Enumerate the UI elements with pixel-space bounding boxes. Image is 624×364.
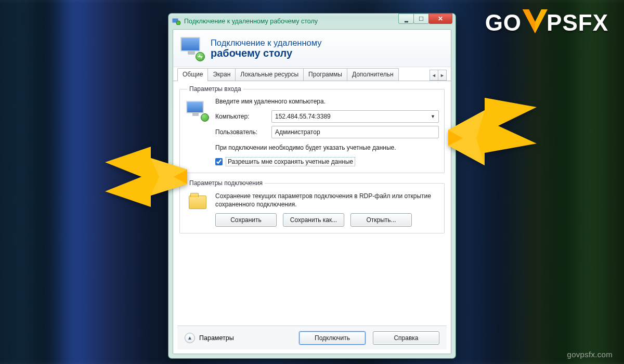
header-banner: Подключение к удаленному рабочему столу	[173, 30, 451, 67]
app-icon	[172, 18, 181, 25]
tab-local-res[interactable]: Локальные ресурсы	[235, 68, 304, 81]
brand-logo: GO PSFX	[485, 9, 608, 36]
open-button[interactable]: Открыть...	[350, 213, 412, 227]
login-hint: Введите имя удаленного компьютера.	[215, 98, 439, 105]
watermark-text: govpsfx.com	[567, 350, 613, 359]
dialog-footer: ▲ Параметры Подключить Справка	[177, 326, 447, 349]
window-title: Подключение к удаленному рабочему столу	[184, 18, 318, 25]
tab-scroll-right[interactable]: ►	[438, 70, 447, 81]
user-value: Администратор	[275, 128, 320, 136]
title-bar[interactable]: Подключение к удаленному рабочему столу	[168, 14, 456, 29]
connection-legend: Параметры подключения	[187, 179, 265, 187]
brand-v-icon	[523, 9, 548, 36]
help-button[interactable]: Справка	[373, 331, 439, 345]
rdp-dialog-window: Подключение к удаленному рабочему столу …	[168, 13, 456, 359]
rdp-monitor-icon	[178, 35, 205, 62]
computer-label: Компьютер:	[215, 113, 271, 120]
folder-icon	[185, 192, 210, 213]
login-monitor-icon	[185, 98, 210, 122]
connection-desc: Сохранение текущих параметров подключени…	[215, 192, 439, 209]
save-as-button[interactable]: Сохранить как...	[283, 213, 344, 227]
options-label[interactable]: Параметры	[199, 334, 234, 342]
connection-params-group: Параметры подключения Сохранение текущих…	[179, 179, 445, 233]
tab-display[interactable]: Экран	[207, 68, 236, 81]
tab-strip: Общие Экран Локальные ресурсы Программы …	[173, 67, 451, 81]
collapse-options-button[interactable]: ▲	[185, 333, 195, 343]
tab-programs[interactable]: Программы	[303, 68, 347, 81]
user-field[interactable]: Администратор	[271, 126, 439, 138]
close-button[interactable]	[428, 14, 452, 24]
login-params-group: Параметры входа Введите имя удаленного к…	[179, 85, 445, 173]
client-area: Подключение к удаленному рабочему столу …	[173, 29, 451, 354]
brand-text-right: PSFX	[547, 10, 608, 36]
save-button[interactable]: Сохранить	[215, 213, 277, 227]
tab-advanced[interactable]: Дополнительн	[347, 68, 399, 81]
computer-value: 152.484.55.74:3389	[275, 113, 331, 120]
svg-marker-1	[523, 9, 535, 33]
tab-general[interactable]: Общие	[177, 68, 208, 81]
svg-point-3	[176, 21, 180, 25]
save-credentials-checkbox[interactable]	[215, 158, 223, 165]
tab-body: Параметры входа Введите имя удаленного к…	[173, 81, 451, 245]
header-line1: Подключение к удаленному	[211, 38, 322, 48]
user-label: Пользователь:	[215, 128, 271, 136]
tab-scroll-left[interactable]: ◄	[430, 70, 438, 81]
minimize-button[interactable]	[398, 14, 414, 24]
login-legend: Параметры входа	[187, 85, 243, 93]
computer-combobox[interactable]: 152.484.55.74:3389 ▼	[271, 110, 439, 123]
chevron-up-icon: ▲	[187, 335, 192, 341]
connect-button[interactable]: Подключить	[299, 331, 366, 345]
maximize-button[interactable]	[413, 14, 429, 24]
brand-text-left: GO	[485, 10, 522, 36]
credentials-note: При подключении необходимо будет указать…	[215, 144, 439, 152]
header-line2: рабочему столу	[211, 48, 322, 59]
save-credentials-label[interactable]: Разрешить мне сохранять учетные данные	[226, 157, 355, 166]
chevron-down-icon: ▼	[431, 114, 435, 119]
